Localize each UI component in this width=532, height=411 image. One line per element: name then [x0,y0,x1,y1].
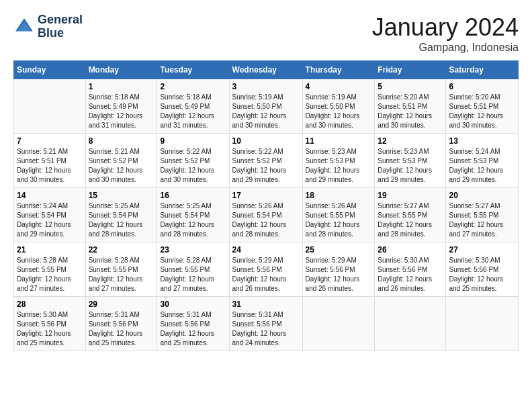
calendar-cell: 12Sunrise: 5:23 AMSunset: 5:53 PMDayligh… [375,134,446,188]
location: Gampang, Indonesia [372,42,519,54]
header-row: SundayMondayTuesdayWednesdayThursdayFrid… [14,61,519,79]
calendar-cell: 26Sunrise: 5:30 AMSunset: 5:56 PMDayligh… [375,242,446,297]
day-info: Sunrise: 5:19 AMSunset: 5:50 PMDaylight:… [306,93,372,130]
day-info: Sunrise: 5:27 AMSunset: 5:55 PMDaylight:… [378,201,443,239]
day-header-friday: Friday [375,61,446,79]
calendar-cell: 5Sunrise: 5:20 AMSunset: 5:51 PMDaylight… [375,79,446,134]
calendar-table: SundayMondayTuesdayWednesdayThursdayFrid… [13,60,519,351]
day-info: Sunrise: 5:28 AMSunset: 5:55 PMDaylight:… [160,256,226,293]
calendar-cell: 15Sunrise: 5:25 AMSunset: 5:54 PMDayligh… [85,188,157,242]
day-info: Sunrise: 5:21 AMSunset: 5:52 PMDaylight:… [89,147,154,185]
day-info: Sunrise: 5:22 AMSunset: 5:52 PMDaylight:… [232,147,300,185]
calendar-cell: 14Sunrise: 5:24 AMSunset: 5:54 PMDayligh… [14,188,86,242]
calendar-cell: 23Sunrise: 5:28 AMSunset: 5:55 PMDayligh… [157,242,229,297]
day-info: Sunrise: 5:30 AMSunset: 5:56 PMDaylight:… [17,310,83,348]
day-info: Sunrise: 5:25 AMSunset: 5:54 PMDaylight:… [89,201,154,239]
calendar-cell: 9Sunrise: 5:22 AMSunset: 5:52 PMDaylight… [157,134,229,188]
calendar-cell: 20Sunrise: 5:27 AMSunset: 5:55 PMDayligh… [446,188,519,242]
day-info: Sunrise: 5:22 AMSunset: 5:52 PMDaylight:… [160,147,226,185]
day-number: 8 [89,136,154,146]
day-number: 11 [306,136,372,146]
day-info: Sunrise: 5:26 AMSunset: 5:55 PMDaylight:… [306,201,372,239]
day-info: Sunrise: 5:30 AMSunset: 5:56 PMDaylight:… [378,256,443,293]
calendar-cell [446,297,519,351]
day-number: 18 [306,191,372,200]
logo-icon [13,16,35,38]
week-row: 14Sunrise: 5:24 AMSunset: 5:54 PMDayligh… [14,188,519,242]
day-number: 27 [449,245,515,255]
day-number: 13 [449,136,515,146]
calendar-cell: 16Sunrise: 5:25 AMSunset: 5:54 PMDayligh… [157,188,229,242]
day-number: 24 [232,245,300,255]
day-number: 29 [89,300,154,309]
title-block: January 2024 Gampang, Indonesia [372,13,519,54]
calendar-cell: 8Sunrise: 5:21 AMSunset: 5:52 PMDaylight… [85,134,157,188]
calendar-cell: 2Sunrise: 5:18 AMSunset: 5:49 PMDaylight… [157,79,229,134]
calendar-cell: 18Sunrise: 5:26 AMSunset: 5:55 PMDayligh… [302,188,375,242]
day-number: 7 [17,136,83,146]
day-info: Sunrise: 5:30 AMSunset: 5:56 PMDaylight:… [449,256,515,293]
day-info: Sunrise: 5:18 AMSunset: 5:49 PMDaylight:… [89,93,154,130]
day-number: 14 [17,191,83,200]
calendar-cell: 4Sunrise: 5:19 AMSunset: 5:50 PMDaylight… [302,79,375,134]
day-number: 23 [160,245,226,255]
calendar-cell [302,297,375,351]
calendar-cell: 22Sunrise: 5:28 AMSunset: 5:55 PMDayligh… [85,242,157,297]
day-number: 6 [449,82,515,91]
day-number: 4 [306,82,372,91]
day-number: 9 [160,136,226,146]
day-header-wednesday: Wednesday [229,61,302,79]
week-row: 28Sunrise: 5:30 AMSunset: 5:56 PMDayligh… [14,297,519,351]
calendar-cell: 29Sunrise: 5:31 AMSunset: 5:56 PMDayligh… [85,297,157,351]
day-info: Sunrise: 5:28 AMSunset: 5:55 PMDaylight:… [89,256,154,293]
calendar-cell [14,79,86,134]
day-number: 20 [449,191,515,200]
calendar-cell: 31Sunrise: 5:31 AMSunset: 5:56 PMDayligh… [229,297,302,351]
day-info: Sunrise: 5:25 AMSunset: 5:54 PMDaylight:… [160,201,226,239]
calendar-cell [375,297,446,351]
week-row: 1Sunrise: 5:18 AMSunset: 5:49 PMDaylight… [14,79,519,134]
day-info: Sunrise: 5:31 AMSunset: 5:56 PMDaylight:… [89,310,154,348]
day-info: Sunrise: 5:24 AMSunset: 5:54 PMDaylight:… [17,201,83,239]
calendar-cell: 11Sunrise: 5:23 AMSunset: 5:53 PMDayligh… [302,134,375,188]
day-number: 16 [160,191,226,200]
day-info: Sunrise: 5:29 AMSunset: 5:56 PMDaylight:… [232,256,300,293]
day-header-monday: Monday [85,61,157,79]
calendar-cell: 13Sunrise: 5:24 AMSunset: 5:53 PMDayligh… [446,134,519,188]
day-info: Sunrise: 5:20 AMSunset: 5:51 PMDaylight:… [378,93,443,130]
calendar-cell: 28Sunrise: 5:30 AMSunset: 5:56 PMDayligh… [14,297,86,351]
calendar-cell: 21Sunrise: 5:28 AMSunset: 5:55 PMDayligh… [14,242,86,297]
day-number: 10 [232,136,300,146]
calendar-cell: 10Sunrise: 5:22 AMSunset: 5:52 PMDayligh… [229,134,302,188]
week-row: 7Sunrise: 5:21 AMSunset: 5:51 PMDaylight… [14,134,519,188]
day-info: Sunrise: 5:23 AMSunset: 5:53 PMDaylight:… [306,147,372,185]
day-header-tuesday: Tuesday [157,61,229,79]
day-number: 30 [160,300,226,309]
calendar-cell: 1Sunrise: 5:18 AMSunset: 5:49 PMDaylight… [85,79,157,134]
day-info: Sunrise: 5:19 AMSunset: 5:50 PMDaylight:… [232,93,300,130]
month-title: January 2024 [372,13,519,42]
day-info: Sunrise: 5:26 AMSunset: 5:54 PMDaylight:… [232,201,300,239]
day-number: 3 [232,82,300,91]
day-info: Sunrise: 5:20 AMSunset: 5:51 PMDaylight:… [449,93,515,130]
calendar-cell: 27Sunrise: 5:30 AMSunset: 5:56 PMDayligh… [446,242,519,297]
calendar-cell: 24Sunrise: 5:29 AMSunset: 5:56 PMDayligh… [229,242,302,297]
day-info: Sunrise: 5:31 AMSunset: 5:56 PMDaylight:… [160,310,226,348]
day-info: Sunrise: 5:28 AMSunset: 5:55 PMDaylight:… [17,256,83,293]
day-info: Sunrise: 5:18 AMSunset: 5:49 PMDaylight:… [160,93,226,130]
day-info: Sunrise: 5:29 AMSunset: 5:56 PMDaylight:… [306,256,372,293]
day-number: 2 [160,82,226,91]
day-info: Sunrise: 5:21 AMSunset: 5:51 PMDaylight:… [17,147,83,185]
day-number: 1 [89,82,154,91]
day-number: 5 [378,82,443,91]
calendar-cell: 7Sunrise: 5:21 AMSunset: 5:51 PMDaylight… [14,134,86,188]
day-header-sunday: Sunday [14,61,86,79]
calendar-cell: 6Sunrise: 5:20 AMSunset: 5:51 PMDaylight… [446,79,519,134]
week-row: 21Sunrise: 5:28 AMSunset: 5:55 PMDayligh… [14,242,519,297]
day-info: Sunrise: 5:23 AMSunset: 5:53 PMDaylight:… [378,147,443,185]
day-number: 12 [378,136,443,146]
day-number: 28 [17,300,83,309]
page-header: General Blue January 2024 Gampang, Indon… [13,13,519,54]
calendar-cell: 17Sunrise: 5:26 AMSunset: 5:54 PMDayligh… [229,188,302,242]
day-info: Sunrise: 5:27 AMSunset: 5:55 PMDaylight:… [449,201,515,239]
